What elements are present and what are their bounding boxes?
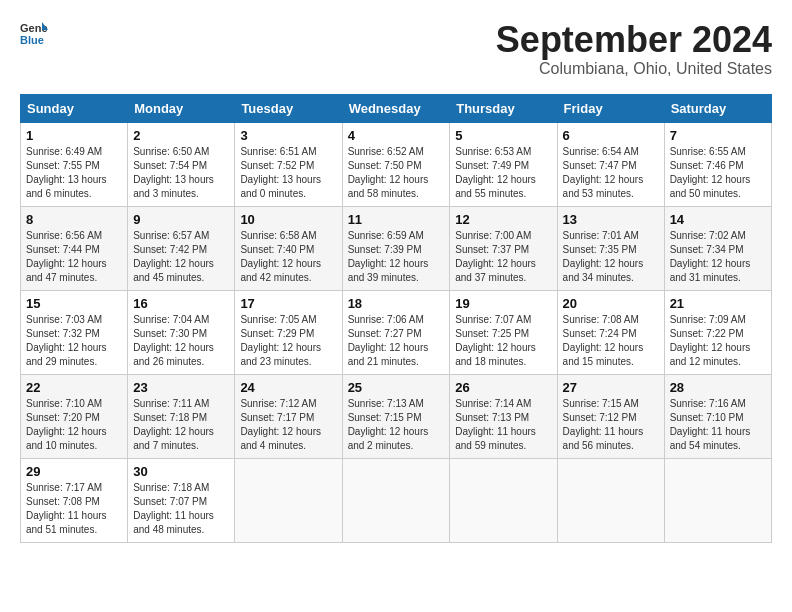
sunset-label: Sunset: 7:40 PM	[240, 244, 314, 255]
day-detail: Sunrise: 7:11 AM Sunset: 7:18 PM Dayligh…	[133, 397, 229, 453]
calendar-cell: 29 Sunrise: 7:17 AM Sunset: 7:08 PM Dayl…	[21, 458, 128, 542]
calendar-cell: 24 Sunrise: 7:12 AM Sunset: 7:17 PM Dayl…	[235, 374, 342, 458]
day-detail: Sunrise: 6:52 AM Sunset: 7:50 PM Dayligh…	[348, 145, 445, 201]
daylight-label: Daylight: 12 hours and 18 minutes.	[455, 342, 536, 367]
sunset-label: Sunset: 7:07 PM	[133, 496, 207, 507]
daylight-label: Daylight: 12 hours and 55 minutes.	[455, 174, 536, 199]
day-detail: Sunrise: 6:59 AM Sunset: 7:39 PM Dayligh…	[348, 229, 445, 285]
sunset-label: Sunset: 7:47 PM	[563, 160, 637, 171]
calendar-cell	[450, 458, 557, 542]
day-detail: Sunrise: 6:54 AM Sunset: 7:47 PM Dayligh…	[563, 145, 659, 201]
daylight-label: Daylight: 12 hours and 15 minutes.	[563, 342, 644, 367]
day-detail: Sunrise: 7:09 AM Sunset: 7:22 PM Dayligh…	[670, 313, 766, 369]
sunset-label: Sunset: 7:08 PM	[26, 496, 100, 507]
day-number: 7	[670, 128, 766, 143]
day-number: 3	[240, 128, 336, 143]
calendar-week-row: 15 Sunrise: 7:03 AM Sunset: 7:32 PM Dayl…	[21, 290, 772, 374]
day-detail: Sunrise: 7:01 AM Sunset: 7:35 PM Dayligh…	[563, 229, 659, 285]
logo-icon: General Blue	[20, 20, 48, 48]
sunset-label: Sunset: 7:17 PM	[240, 412, 314, 423]
sunrise-label: Sunrise: 6:58 AM	[240, 230, 316, 241]
day-number: 4	[348, 128, 445, 143]
daylight-label: Daylight: 12 hours and 7 minutes.	[133, 426, 214, 451]
daylight-label: Daylight: 11 hours and 48 minutes.	[133, 510, 214, 535]
sunrise-label: Sunrise: 7:15 AM	[563, 398, 639, 409]
sunrise-label: Sunrise: 6:53 AM	[455, 146, 531, 157]
day-detail: Sunrise: 6:53 AM Sunset: 7:49 PM Dayligh…	[455, 145, 551, 201]
daylight-label: Daylight: 11 hours and 54 minutes.	[670, 426, 751, 451]
day-detail: Sunrise: 7:10 AM Sunset: 7:20 PM Dayligh…	[26, 397, 122, 453]
calendar-cell: 5 Sunrise: 6:53 AM Sunset: 7:49 PM Dayli…	[450, 122, 557, 206]
sunset-label: Sunset: 7:25 PM	[455, 328, 529, 339]
day-detail: Sunrise: 7:04 AM Sunset: 7:30 PM Dayligh…	[133, 313, 229, 369]
day-detail: Sunrise: 6:49 AM Sunset: 7:55 PM Dayligh…	[26, 145, 122, 201]
sunrise-label: Sunrise: 6:49 AM	[26, 146, 102, 157]
sunset-label: Sunset: 7:37 PM	[455, 244, 529, 255]
sunset-label: Sunset: 7:20 PM	[26, 412, 100, 423]
day-number: 26	[455, 380, 551, 395]
calendar-header-row: SundayMondayTuesdayWednesdayThursdayFrid…	[21, 94, 772, 122]
day-number: 8	[26, 212, 122, 227]
day-detail: Sunrise: 7:05 AM Sunset: 7:29 PM Dayligh…	[240, 313, 336, 369]
daylight-label: Daylight: 13 hours and 3 minutes.	[133, 174, 214, 199]
weekday-header: Sunday	[21, 94, 128, 122]
daylight-label: Daylight: 12 hours and 10 minutes.	[26, 426, 107, 451]
day-number: 5	[455, 128, 551, 143]
day-detail: Sunrise: 7:08 AM Sunset: 7:24 PM Dayligh…	[563, 313, 659, 369]
daylight-label: Daylight: 12 hours and 21 minutes.	[348, 342, 429, 367]
day-number: 21	[670, 296, 766, 311]
calendar-cell: 8 Sunrise: 6:56 AM Sunset: 7:44 PM Dayli…	[21, 206, 128, 290]
daylight-label: Daylight: 12 hours and 29 minutes.	[26, 342, 107, 367]
sunrise-label: Sunrise: 6:54 AM	[563, 146, 639, 157]
calendar-cell: 16 Sunrise: 7:04 AM Sunset: 7:30 PM Dayl…	[128, 290, 235, 374]
day-number: 1	[26, 128, 122, 143]
day-detail: Sunrise: 7:12 AM Sunset: 7:17 PM Dayligh…	[240, 397, 336, 453]
sunrise-label: Sunrise: 7:02 AM	[670, 230, 746, 241]
sunset-label: Sunset: 7:54 PM	[133, 160, 207, 171]
calendar-cell	[235, 458, 342, 542]
sunset-label: Sunset: 7:29 PM	[240, 328, 314, 339]
calendar-cell: 3 Sunrise: 6:51 AM Sunset: 7:52 PM Dayli…	[235, 122, 342, 206]
day-detail: Sunrise: 6:57 AM Sunset: 7:42 PM Dayligh…	[133, 229, 229, 285]
sunset-label: Sunset: 7:34 PM	[670, 244, 744, 255]
daylight-label: Daylight: 11 hours and 59 minutes.	[455, 426, 536, 451]
calendar-cell	[664, 458, 771, 542]
sunrise-label: Sunrise: 7:11 AM	[133, 398, 209, 409]
day-number: 10	[240, 212, 336, 227]
sunset-label: Sunset: 7:50 PM	[348, 160, 422, 171]
sunset-label: Sunset: 7:52 PM	[240, 160, 314, 171]
day-detail: Sunrise: 7:00 AM Sunset: 7:37 PM Dayligh…	[455, 229, 551, 285]
sunrise-label: Sunrise: 6:56 AM	[26, 230, 102, 241]
day-number: 15	[26, 296, 122, 311]
sunrise-label: Sunrise: 7:01 AM	[563, 230, 639, 241]
day-detail: Sunrise: 7:14 AM Sunset: 7:13 PM Dayligh…	[455, 397, 551, 453]
daylight-label: Daylight: 12 hours and 4 minutes.	[240, 426, 321, 451]
sunset-label: Sunset: 7:46 PM	[670, 160, 744, 171]
day-detail: Sunrise: 6:58 AM Sunset: 7:40 PM Dayligh…	[240, 229, 336, 285]
sunrise-label: Sunrise: 7:13 AM	[348, 398, 424, 409]
sunrise-label: Sunrise: 6:55 AM	[670, 146, 746, 157]
sunrise-label: Sunrise: 7:09 AM	[670, 314, 746, 325]
sunrise-label: Sunrise: 7:14 AM	[455, 398, 531, 409]
calendar-cell: 7 Sunrise: 6:55 AM Sunset: 7:46 PM Dayli…	[664, 122, 771, 206]
day-number: 2	[133, 128, 229, 143]
day-detail: Sunrise: 6:55 AM Sunset: 7:46 PM Dayligh…	[670, 145, 766, 201]
daylight-label: Daylight: 12 hours and 12 minutes.	[670, 342, 751, 367]
day-number: 25	[348, 380, 445, 395]
daylight-label: Daylight: 12 hours and 23 minutes.	[240, 342, 321, 367]
svg-text:Blue: Blue	[20, 34, 44, 46]
day-number: 14	[670, 212, 766, 227]
day-number: 6	[563, 128, 659, 143]
sunset-label: Sunset: 7:39 PM	[348, 244, 422, 255]
sunrise-label: Sunrise: 6:51 AM	[240, 146, 316, 157]
day-detail: Sunrise: 6:51 AM Sunset: 7:52 PM Dayligh…	[240, 145, 336, 201]
sunrise-label: Sunrise: 7:06 AM	[348, 314, 424, 325]
day-detail: Sunrise: 7:06 AM Sunset: 7:27 PM Dayligh…	[348, 313, 445, 369]
sunrise-label: Sunrise: 7:12 AM	[240, 398, 316, 409]
calendar-cell: 23 Sunrise: 7:11 AM Sunset: 7:18 PM Dayl…	[128, 374, 235, 458]
day-detail: Sunrise: 7:03 AM Sunset: 7:32 PM Dayligh…	[26, 313, 122, 369]
daylight-label: Daylight: 12 hours and 31 minutes.	[670, 258, 751, 283]
daylight-label: Daylight: 11 hours and 56 minutes.	[563, 426, 644, 451]
daylight-label: Daylight: 12 hours and 37 minutes.	[455, 258, 536, 283]
weekday-header: Friday	[557, 94, 664, 122]
